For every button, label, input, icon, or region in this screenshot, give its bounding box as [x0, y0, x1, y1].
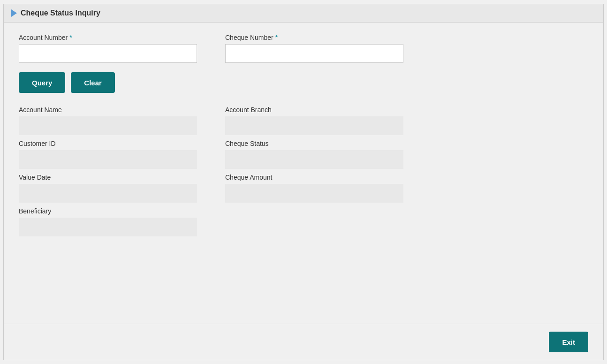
row-customer-status: Customer ID Cheque Status: [19, 140, 588, 169]
cheque-status-label: Cheque Status: [225, 140, 403, 147]
footer: Exit: [4, 324, 603, 360]
account-name-field: [19, 116, 197, 135]
clear-button[interactable]: Clear: [71, 72, 115, 93]
account-branch-group: Account Branch: [225, 106, 403, 135]
account-name-group: Account Name: [19, 106, 197, 135]
account-number-group: Account Number*: [19, 34, 197, 63]
cheque-amount-field: [225, 184, 403, 203]
triangle-icon: [11, 9, 17, 17]
value-date-label: Value Date: [19, 174, 197, 181]
cheque-number-group: Cheque Number*: [225, 34, 403, 63]
row-account-name-branch: Account Name Account Branch: [19, 106, 588, 135]
cheque-amount-group: Cheque Amount: [225, 174, 403, 203]
cheque-number-input[interactable]: [225, 44, 403, 63]
cheque-amount-label: Cheque Amount: [225, 174, 403, 181]
beneficiary-label: Beneficiary: [19, 207, 197, 215]
title-bar: Cheque Status Inquiry: [4, 4, 603, 23]
beneficiary-group: Beneficiary: [19, 207, 197, 236]
page-title: Cheque Status Inquiry: [21, 9, 100, 17]
account-number-label: Account Number*: [19, 34, 197, 41]
value-date-group: Value Date: [19, 174, 197, 203]
cheque-status-field: [225, 150, 403, 169]
account-branch-label: Account Branch: [225, 106, 403, 114]
form-content: Account Number* Cheque Number* Query Cle…: [4, 23, 603, 324]
row-inputs: Account Number* Cheque Number*: [19, 34, 588, 63]
customer-id-label: Customer ID: [19, 140, 197, 147]
account-number-required: *: [69, 34, 72, 41]
value-date-field: [19, 184, 197, 203]
button-row: Query Clear: [19, 72, 588, 93]
account-name-label: Account Name: [19, 106, 197, 114]
cheque-number-required: *: [275, 34, 278, 41]
query-button[interactable]: Query: [19, 72, 65, 93]
account-number-input[interactable]: [19, 44, 197, 63]
cheque-number-label: Cheque Number*: [225, 34, 403, 41]
exit-button[interactable]: Exit: [549, 332, 588, 352]
beneficiary-field: [19, 218, 197, 236]
customer-id-field: [19, 150, 197, 169]
row-beneficiary: Beneficiary: [19, 207, 588, 236]
cheque-status-group: Cheque Status: [225, 140, 403, 169]
main-window: Cheque Status Inquiry Account Number* Ch…: [3, 4, 604, 360]
account-branch-field: [225, 116, 403, 135]
empty-group: [225, 207, 403, 236]
row-date-amount: Value Date Cheque Amount: [19, 174, 588, 203]
customer-id-group: Customer ID: [19, 140, 197, 169]
